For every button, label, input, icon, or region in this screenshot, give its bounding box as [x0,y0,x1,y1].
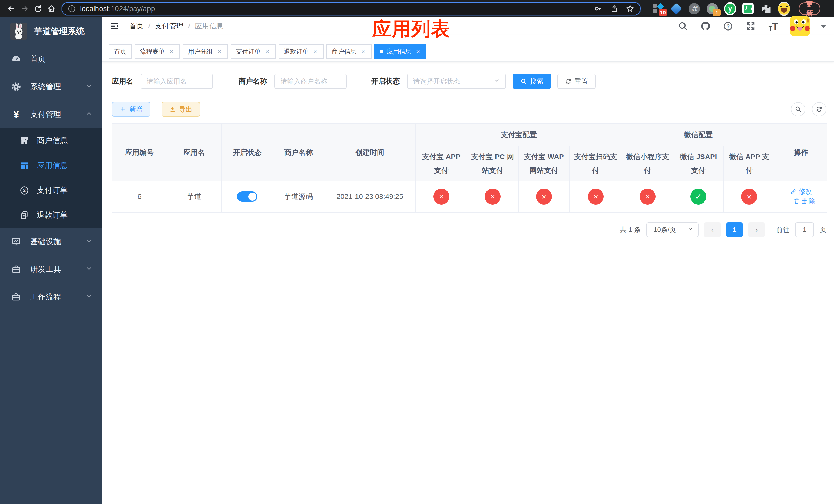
sidebar-item-pay-order[interactable]: ¥ 支付订单 [0,178,102,203]
export-button[interactable]: 导出 [161,102,200,117]
page-number-button[interactable]: 1 [726,222,743,237]
filter-merchant-label: 商户名称 [239,76,267,86]
plus-icon [119,106,126,113]
pagination: 共 1 条 10条/页 1 前往 页 [112,222,826,237]
add-button[interactable]: 新增 [112,102,150,117]
delete-link[interactable]: 删除 [793,197,815,206]
tab-refund-order[interactable]: 退款订单 [279,44,324,59]
search-button[interactable]: 搜索 [513,74,551,89]
merchant-name-input[interactable] [275,74,347,89]
browser-reload-button[interactable] [31,2,45,15]
extension-gem-icon[interactable] [671,3,682,15]
status-toggle[interactable] [237,191,258,202]
sidebar-item-merchant-info[interactable]: 商户信息 [0,128,102,153]
extensions-puzzle-icon[interactable] [760,3,772,15]
logo-rabbit-image [10,23,27,40]
extension-pin-icon[interactable]: 10 [653,3,664,15]
svg-text:¥: ¥ [23,188,26,193]
toolbox-icon [11,292,22,302]
toolbox-icon [11,264,22,275]
dashboard-icon [11,53,22,64]
close-icon[interactable] [415,48,421,55]
password-key-icon[interactable] [594,4,603,13]
show-search-button[interactable] [791,102,805,116]
browser-home-button[interactable] [45,2,58,15]
extension-command-icon[interactable] [688,3,700,15]
extension-y-icon[interactable]: y [724,3,736,15]
sidebar-item-workflow[interactable]: 工作流程 [0,283,102,311]
sidebar-item-system[interactable]: 系统管理 [0,73,102,100]
breadcrumb-home[interactable]: 首页 [129,21,144,31]
filter-app-name-label: 应用名 [112,76,133,86]
sidebar-menu: 首页 系统管理 ¥ 支付管理 商户信息 应用信息 [0,45,102,311]
tab-pay-order[interactable]: 支付订单 [231,44,276,59]
bookmark-star-icon[interactable] [626,4,635,13]
browser-back-button[interactable] [5,2,18,15]
close-icon[interactable] [312,48,318,55]
sidebar-item-infrastructure[interactable]: 基础设施 [0,228,102,255]
col-header-status: 开启状态 [221,123,273,181]
sidebar-item-payment[interactable]: ¥ 支付管理 [0,100,102,128]
share-icon[interactable] [610,4,619,13]
close-icon[interactable] [216,48,222,55]
col-header-wx-jsapi: 微信 JSAPI 支付 [673,146,723,181]
browser-update-button[interactable]: 更新 [798,2,820,15]
cell-app-id: 6 [112,181,167,212]
sidebar-item-home[interactable]: 首页 [0,45,102,73]
extension-row: 10 1 y 更新 [653,2,834,15]
sidebar-item-refund-order[interactable]: 退款订单 [0,203,102,228]
goto-page-input[interactable] [795,222,814,237]
sidebar-item-app-info[interactable]: 应用信息 [0,153,102,178]
sidebar-item-dev-tools[interactable]: 研发工具 [0,255,102,283]
filter-form: 应用名 商户名称 开启状态 请选择开启状态 搜索 重置 [112,74,826,89]
site-info-icon[interactable] [68,5,76,13]
search-icon [794,106,802,113]
table-row: 6 芋道 芋道源码 2021-10-23 08:49:25 × × × × × … [112,181,827,212]
search-icon[interactable] [677,20,689,32]
address-bar[interactable]: localhost:1024/pay/app [62,2,641,15]
close-icon[interactable] [264,48,270,55]
edit-link[interactable]: 修改 [790,187,812,196]
breadcrumb: 首页 / 支付管理 / 应用信息 [129,21,224,31]
wx-mini-status-icon: × [640,189,656,205]
tab-home[interactable]: 首页 [109,44,132,59]
breadcrumb-payment[interactable]: 支付管理 [155,21,184,31]
app-logo: 芋道管理系统 [0,18,102,45]
browser-menu-icon[interactable] [833,4,834,14]
user-avatar[interactable] [790,16,810,36]
sidebar-item-label: 退款订单 [37,210,68,221]
github-icon[interactable] [700,20,711,32]
col-header-created: 创建时间 [324,123,416,181]
app-name-input[interactable] [140,74,213,89]
avatar-dropdown-caret-icon[interactable] [821,25,826,28]
filter-status-label: 开启状态 [371,76,400,86]
table-toolbar: 新增 导出 [112,102,826,117]
page-size-select[interactable]: 10条/页 [646,222,699,237]
fullscreen-icon[interactable] [745,20,756,32]
refresh-table-button[interactable] [812,102,826,116]
extension-chat-icon[interactable] [742,3,754,15]
help-icon[interactable]: ? [722,20,734,32]
font-size-icon[interactable]: TT [767,20,779,32]
extension-recorder-icon[interactable]: 1 [706,3,718,15]
next-page-button[interactable] [748,222,765,237]
close-icon[interactable] [168,48,174,55]
browser-forward-button[interactable] [18,2,31,15]
close-icon[interactable] [360,48,366,55]
prev-page-button[interactable] [704,222,721,237]
sidebar-item-label: 系统管理 [30,82,61,92]
monitor-icon [11,236,22,247]
col-header-alipay-pc: 支付宝 PC 网站支付 [467,146,518,181]
tab-process-form[interactable]: 流程表单 [135,44,180,59]
tab-app-info[interactable]: 应用信息 [374,44,426,59]
col-header-app-name: 应用名 [167,123,221,181]
alipay-qr-status-icon: × [588,189,604,205]
sidebar-item-label: 基础设施 [30,236,61,247]
sidebar-collapse-icon[interactable] [109,21,120,32]
alipay-app-status-icon: × [433,189,449,205]
tab-user-group[interactable]: 用户分组 [182,44,228,59]
tab-merchant-info[interactable]: 商户信息 [327,44,372,59]
status-select[interactable]: 请选择开启状态 [407,74,506,89]
profile-avatar[interactable] [778,3,790,15]
reset-button[interactable]: 重置 [557,74,596,89]
